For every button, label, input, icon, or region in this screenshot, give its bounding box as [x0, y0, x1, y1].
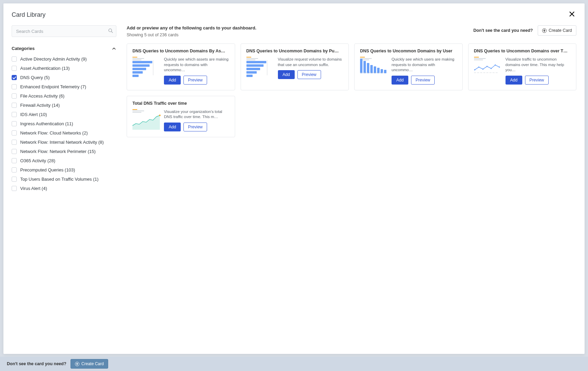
svg-point-9: [159, 114, 161, 116]
intro-text: Add or preview any of the following card…: [127, 25, 473, 30]
card-description: Visualize request volume to domains that…: [278, 57, 343, 67]
close-button[interactable]: [567, 10, 576, 20]
categories-heading: Categories: [12, 46, 35, 51]
preview-button[interactable]: Preview: [183, 76, 207, 85]
checkbox[interactable]: [12, 186, 17, 191]
add-button[interactable]: Add: [164, 76, 181, 85]
category-label: Ingress Authentication (11): [20, 121, 73, 126]
category-item[interactable]: Virus Alert (4): [12, 184, 116, 193]
checkbox[interactable]: [12, 167, 17, 172]
category-item[interactable]: Firewall Activity (14): [12, 101, 116, 110]
category-label: Network Flow: Cloud Networks (2): [20, 130, 88, 136]
checkbox[interactable]: [12, 112, 17, 117]
sidebar: Categories Active Directory Admin Activi…: [3, 22, 123, 354]
category-label: DNS Query (5): [20, 75, 50, 80]
category-item[interactable]: Enhanced Endpoint Telemetry (7): [12, 82, 116, 91]
page-footer-bar: Don't see the card you need? Create Card: [0, 357, 588, 371]
card: Total DNS Traffic over timeVisualize you…: [127, 96, 235, 137]
category-item[interactable]: Top Users Based on Traffic Volumes (1): [12, 175, 116, 184]
card-title: DNS Queries to Uncommon Domains By As…: [132, 49, 229, 53]
plus-circle-icon: [75, 362, 79, 366]
create-card-hint: Don't see the card you need?: [473, 28, 533, 33]
chevron-up-icon: [112, 46, 116, 51]
card: DNS Queries to Uncommon Domains by UserQ…: [354, 43, 463, 90]
plus-circle-icon: [542, 28, 547, 33]
category-label: Top Users Based on Traffic Volumes (1): [20, 177, 99, 182]
card: DNS Queries to Uncommon Domains by Pu…Vi…: [241, 43, 349, 90]
card-title: DNS Queries to Uncommon Domains by Pu…: [246, 49, 343, 53]
modal-title: Card Library: [12, 11, 46, 18]
category-label: Asset Authentication (13): [20, 66, 70, 71]
checkbox[interactable]: [12, 158, 17, 163]
checkbox[interactable]: [12, 140, 17, 145]
category-label: O365 Activity (28): [20, 158, 55, 163]
category-item[interactable]: Asset Authentication (13): [12, 64, 116, 73]
card-description: Visualize your organization's total DNS …: [164, 109, 229, 120]
checkbox[interactable]: [12, 130, 17, 136]
category-item[interactable]: Precomputed Queries (103): [12, 165, 116, 175]
svg-point-3: [478, 66, 480, 68]
categories-list: Active Directory Admin Activity (9)Asset…: [12, 54, 116, 193]
category-label: Precomputed Queries (103): [20, 167, 75, 172]
category-label: Firewall Activity (14): [20, 103, 60, 108]
card-description: Quickly see which assets are making requ…: [164, 57, 229, 73]
category-label: Network Flow: Network Perimeter (15): [20, 149, 95, 154]
showing-count: Showing 5 out of 236 cards: [127, 33, 473, 37]
category-item[interactable]: IDS Alert (10): [12, 110, 116, 119]
checkbox[interactable]: [12, 149, 17, 154]
category-label: Active Directory Admin Activity (9): [20, 56, 87, 62]
preview-button[interactable]: Preview: [411, 76, 435, 85]
footer-create-card-button[interactable]: Create Card: [71, 359, 108, 369]
add-button[interactable]: Add: [164, 123, 181, 131]
category-label: File Access Activity (6): [20, 93, 64, 99]
category-item[interactable]: Network Flow: Cloud Networks (2): [12, 128, 116, 138]
svg-point-7: [495, 64, 496, 66]
checkbox[interactable]: [12, 84, 17, 89]
preview-button[interactable]: Preview: [297, 70, 321, 79]
category-item[interactable]: Network Flow: Network Perimeter (15): [12, 147, 116, 156]
add-button[interactable]: Add: [392, 76, 408, 85]
checkbox[interactable]: [12, 75, 17, 80]
footer-hint: Don't see the card you need?: [7, 361, 66, 366]
category-item[interactable]: DNS Query (5): [12, 73, 116, 82]
checkbox[interactable]: [12, 56, 17, 62]
main-top: Add or preview any of the following card…: [127, 25, 576, 37]
card-library-modal: Card Library Categories Active Directory…: [3, 3, 585, 354]
category-label: IDS Alert (10): [20, 112, 47, 117]
category-item[interactable]: Network Flow: Internal Network Activity …: [12, 138, 116, 147]
search-wrap: [12, 25, 116, 37]
category-item[interactable]: Active Directory Admin Activity (9): [12, 54, 116, 64]
cards-grid: DNS Queries to Uncommon Domains By As…Qu…: [127, 43, 576, 137]
svg-point-5: [486, 66, 488, 67]
categories-header[interactable]: Categories: [12, 44, 116, 54]
card: DNS Queries to Uncommon Domains By As…Qu…: [127, 43, 235, 90]
add-button[interactable]: Add: [506, 76, 522, 85]
category-item[interactable]: File Access Activity (6): [12, 91, 116, 101]
card-title: Total DNS Traffic over time: [132, 101, 229, 106]
category-label: Virus Alert (4): [20, 186, 47, 191]
modal-header: Card Library: [3, 3, 585, 22]
checkbox[interactable]: [12, 177, 17, 182]
card-title: DNS Queries to Uncommon Domains over T…: [474, 49, 571, 53]
create-card-button[interactable]: Create Card: [538, 25, 576, 36]
close-icon: [569, 11, 575, 17]
card-description: Quickly see which users are making reque…: [392, 57, 457, 73]
card: DNS Queries to Uncommon Domains over T…V…: [468, 43, 577, 90]
category-label: Network Flow: Internal Network Activity …: [20, 140, 104, 145]
card-title: DNS Queries to Uncommon Domains by User: [360, 49, 457, 53]
add-button[interactable]: Add: [278, 70, 295, 79]
preview-button[interactable]: Preview: [525, 76, 549, 85]
svg-point-8: [499, 66, 500, 68]
card-description: Visualize traffic to uncommon domains ov…: [506, 57, 571, 73]
checkbox[interactable]: [12, 103, 17, 108]
checkbox[interactable]: [12, 93, 17, 99]
main-content: Add or preview any of the following card…: [123, 22, 585, 354]
search-input[interactable]: [12, 25, 116, 37]
checkbox[interactable]: [12, 66, 17, 71]
category-item[interactable]: O365 Activity (28): [12, 156, 116, 165]
category-label: Enhanced Endpoint Telemetry (7): [20, 84, 86, 89]
category-item[interactable]: Ingress Authentication (11): [12, 119, 116, 128]
preview-button[interactable]: Preview: [183, 123, 207, 131]
checkbox[interactable]: [12, 121, 17, 126]
